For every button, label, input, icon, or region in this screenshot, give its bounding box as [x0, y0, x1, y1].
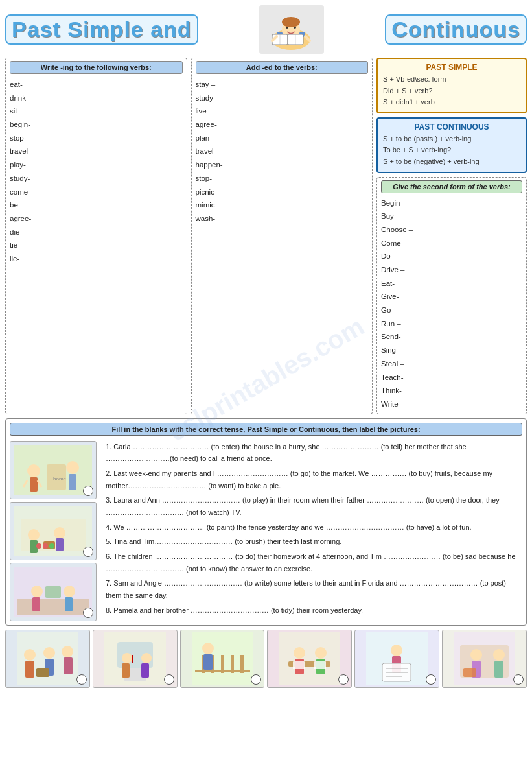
- svg-point-61: [202, 643, 214, 654]
- fill-blanks-header: Fill in the blanks with the correct tens…: [10, 423, 522, 436]
- second-form-verbs: Begin –Buy-Choose –Come –Do –Drive –Eat-…: [381, 196, 522, 411]
- svg-point-67: [315, 647, 327, 659]
- svg-point-28: [36, 543, 41, 549]
- svg-point-80: [470, 649, 482, 661]
- verb-item: mimic-: [196, 198, 369, 212]
- verb-item: Do –: [381, 250, 522, 263]
- grammar-line: Did + S + verb?: [383, 86, 520, 97]
- svg-point-33: [31, 586, 43, 597]
- svg-rect-32: [17, 599, 89, 615]
- verb-item: lie-: [10, 252, 183, 266]
- past-continuous-title: PAST CONTINUOUS: [383, 123, 520, 132]
- pic2-label-circle: [83, 547, 93, 557]
- second-form-header: Give the second form of the verbs:: [381, 180, 522, 193]
- verb-item: stop-: [10, 132, 183, 145]
- svg-rect-70: [314, 661, 326, 669]
- verb-item: agree-: [196, 118, 369, 132]
- grammar-line: S + to be (pasts.) + verb-ing: [383, 134, 520, 145]
- verb-item: drink-: [10, 91, 183, 105]
- verb-item: Eat-: [381, 277, 522, 290]
- sentence: 7. Sam and Angie …………………………… (to write) …: [106, 577, 522, 601]
- past-simple-title: PAST SIMPLE: [383, 63, 520, 72]
- pic3-label-circle: [83, 608, 93, 618]
- verb-item: study-: [196, 91, 369, 105]
- verb-item: Send-: [381, 330, 522, 344]
- grammar-line: S + didn't + verb: [383, 97, 520, 108]
- bottom-pic-f: [442, 630, 527, 688]
- verb-item: die-: [10, 226, 183, 239]
- write-ing-column: Write -ing to the following verbs: eat-d…: [5, 58, 187, 414]
- fill-blanks-content: home: [10, 441, 522, 621]
- picture-3: [10, 563, 97, 621]
- grammar-line: S + to be (negative) + verb-ing: [383, 156, 520, 168]
- sentence: 2. Last week-end my parents and I …………………: [106, 468, 522, 492]
- verb-item: Go –: [381, 303, 522, 317]
- bottom-pic-e-circle: [426, 674, 436, 685]
- verb-item: study-: [10, 172, 183, 185]
- svg-point-13: [27, 464, 40, 477]
- svg-point-49: [122, 653, 132, 663]
- sentence: 4. We …………………………… (to paint) the fence y…: [106, 521, 522, 534]
- add-ed-verbs: stay –study-live-agree-plan-travel-happe…: [196, 78, 369, 226]
- sentences-list: 1. Carla…………………………… (to enter) the house…: [106, 441, 522, 617]
- svg-point-41: [43, 647, 55, 659]
- svg-text:home: home: [53, 476, 67, 482]
- grammar-line: To be + S + verb-ing?: [383, 145, 520, 156]
- verb-item: begin-: [10, 118, 183, 132]
- sentence: 1. Carla…………………………… (to enter) the house…: [106, 441, 522, 465]
- past-simple-box: PAST SIMPLE S + Vb-ed\sec. formDid + S +…: [376, 58, 527, 113]
- bottom-pic-e: [354, 630, 439, 688]
- sentence: 3. Laura and Ann …………………………… (to play) i…: [106, 494, 522, 518]
- verb-item: happen-: [196, 158, 369, 172]
- svg-rect-62: [203, 654, 213, 670]
- svg-rect-69: [293, 661, 305, 669]
- right-grammar: PAST SIMPLE S + Vb-ed\sec. formDid + S +…: [376, 58, 527, 414]
- past-simple-lines: S + Vb-ed\sec. formDid + S + verb?S + di…: [383, 74, 520, 108]
- bottom-pic-f-circle: [513, 674, 524, 685]
- verb-item: picnic-: [196, 185, 369, 199]
- svg-point-23: [28, 529, 40, 541]
- left-two-cols: Write -ing to the following verbs: eat-d…: [5, 58, 373, 414]
- verb-item: travel-: [196, 145, 369, 158]
- svg-point-9: [282, 17, 300, 27]
- verb-item: eat-: [10, 78, 183, 91]
- verb-item: travel-: [10, 145, 183, 158]
- bottom-pic-d: [267, 630, 352, 688]
- verb-item: live-: [196, 104, 369, 118]
- sentences-column: 1. Carla…………………………… (to enter) the house…: [106, 441, 522, 621]
- svg-point-51: [141, 653, 152, 663]
- sentence: 5. Tina and Tim…………………………… (to brush) th…: [106, 536, 522, 548]
- verb-item: Teach-: [381, 371, 522, 385]
- verb-item: Write –: [381, 397, 522, 411]
- verb-item: come-: [10, 185, 183, 199]
- svg-rect-37: [45, 586, 61, 598]
- title-right: Continuous: [385, 14, 527, 45]
- verb-item: agree-: [10, 212, 183, 226]
- verb-item: plan-: [196, 132, 369, 145]
- svg-point-72: [391, 645, 402, 656]
- header: Past Simple and Continu: [5, 5, 527, 54]
- svg-point-65: [294, 647, 305, 659]
- svg-rect-60: [240, 655, 244, 673]
- svg-rect-53: [132, 655, 133, 663]
- verb-item: stop-: [196, 172, 369, 185]
- svg-rect-34: [32, 597, 40, 611]
- pic1-label-circle: [83, 486, 93, 496]
- svg-rect-45: [36, 668, 49, 677]
- main-layout: Write -ing to the following verbs: eat-d…: [5, 58, 527, 414]
- fill-blanks-section: Fill in the blanks with the correct tens…: [5, 418, 527, 626]
- bottom-pic-b-circle: [164, 674, 174, 685]
- svg-rect-59: [231, 655, 234, 673]
- bottom-pic-d-circle: [338, 674, 349, 685]
- bottom-pic-c: [180, 630, 265, 688]
- verb-item: be-: [10, 198, 183, 212]
- pictures-column: home: [10, 441, 100, 621]
- svg-point-30: [49, 543, 54, 549]
- svg-rect-26: [56, 538, 64, 551]
- svg-rect-52: [141, 663, 149, 678]
- svg-rect-84: [463, 668, 476, 677]
- verb-item: Buy-: [381, 209, 522, 223]
- verb-item: Give-: [381, 290, 522, 303]
- bottom-pic-a-circle: [76, 674, 87, 685]
- verb-item: Sing –: [381, 344, 522, 357]
